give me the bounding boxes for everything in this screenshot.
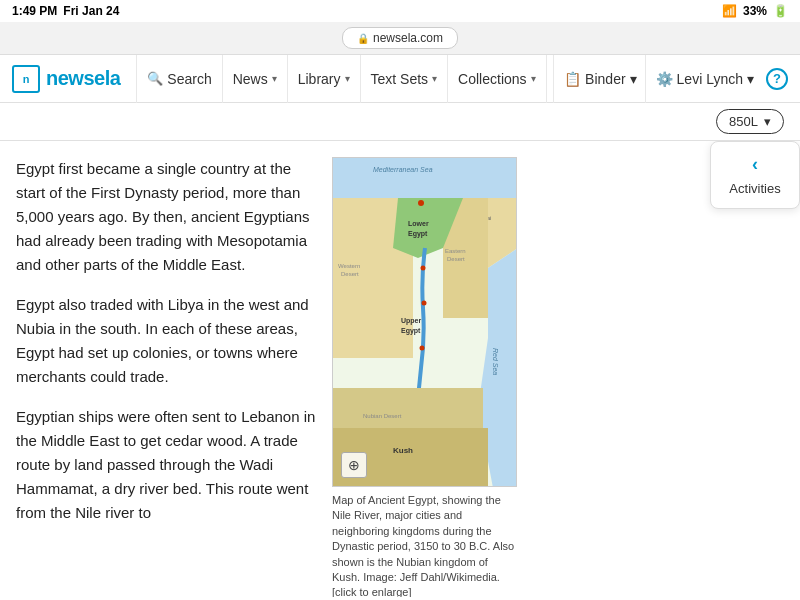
nav-collections-label: Collections: [458, 71, 526, 87]
svg-text:Upper: Upper: [401, 317, 422, 325]
navbar: n newsela 🔍 Search News ▾ Library ▾ Text…: [0, 55, 800, 103]
status-left: 1:49 PM Fri Jan 24: [12, 4, 119, 18]
textsets-chevron-icon: ▾: [432, 73, 437, 84]
time: 1:49 PM: [12, 4, 57, 18]
svg-rect-1: [333, 158, 517, 198]
svg-point-25: [420, 346, 425, 351]
nav-news-label: News: [233, 71, 268, 87]
reading-level-value: 850L: [729, 114, 758, 129]
lock-icon: 🔒: [357, 33, 369, 44]
library-chevron-icon: ▾: [345, 73, 350, 84]
svg-text:Red Sea: Red Sea: [492, 348, 499, 375]
wifi-icon: 📶: [722, 4, 737, 18]
paragraph-1: Egypt first became a single country at t…: [16, 157, 316, 277]
nav-library-label: Library: [298, 71, 341, 87]
url-text: newsela.com: [373, 31, 443, 45]
svg-text:Mediterranean Sea: Mediterranean Sea: [373, 166, 433, 173]
svg-point-23: [421, 266, 426, 271]
svg-text:Western: Western: [338, 263, 360, 269]
gear-icon: ⚙️: [656, 71, 673, 87]
nav-collections[interactable]: Collections ▾: [448, 55, 546, 103]
binder-button[interactable]: 📋 Binder ▾: [553, 55, 636, 103]
battery-icon: 🔋: [773, 4, 788, 18]
chevron-left-icon: ‹: [752, 154, 758, 175]
binder-icon: 📋: [564, 71, 581, 87]
svg-text:Egypt: Egypt: [408, 230, 428, 238]
user-button[interactable]: ⚙️ Levi Lynch ▾: [645, 55, 754, 103]
nav-textsets[interactable]: Text Sets ▾: [361, 55, 449, 103]
nav-news[interactable]: News ▾: [223, 55, 288, 103]
collections-chevron-icon: ▾: [531, 73, 536, 84]
map-svg: Mediterranean Sea Sinai Red Sea Western …: [333, 158, 517, 487]
activities-label: Activities: [729, 181, 780, 196]
svg-text:Desert: Desert: [341, 271, 359, 277]
search-icon: 🔍: [147, 71, 163, 86]
signal-percent: 33%: [743, 4, 767, 18]
activities-toggle-button[interactable]: ‹ Activities: [710, 141, 800, 209]
user-chevron-icon: ▾: [747, 71, 754, 87]
svg-point-22: [418, 200, 424, 206]
level-dropdown-icon: ▾: [764, 114, 771, 129]
activities-panel: ‹ Activities: [710, 141, 800, 209]
date: Fri Jan 24: [63, 4, 119, 18]
zoom-icon: ⊕: [348, 457, 360, 473]
nav-search-label: Search: [167, 71, 211, 87]
reading-level-selector[interactable]: 850L ▾: [716, 109, 784, 134]
url-pill[interactable]: 🔒 newsela.com: [342, 27, 458, 49]
svg-text:Egypt: Egypt: [401, 327, 421, 335]
paragraph-2: Egypt also traded with Libya in the west…: [16, 293, 316, 389]
map-caption: Map of Ancient Egypt, showing the Nile R…: [332, 493, 517, 597]
nav-textsets-label: Text Sets: [371, 71, 429, 87]
map-image[interactable]: Mediterranean Sea Sinai Red Sea Western …: [332, 157, 517, 487]
svg-text:Lower: Lower: [408, 220, 429, 227]
nav-library[interactable]: Library ▾: [288, 55, 361, 103]
paragraph-3: Egyptian ships were often sent to Lebano…: [16, 405, 316, 525]
nav-items: 🔍 Search News ▾ Library ▾ Text Sets ▾ Co…: [136, 55, 553, 103]
binder-label: Binder: [585, 71, 625, 87]
svg-text:Desert: Desert: [447, 256, 465, 262]
news-chevron-icon: ▾: [272, 73, 277, 84]
logo[interactable]: n newsela: [12, 65, 120, 93]
url-bar[interactable]: 🔒 newsela.com: [0, 22, 800, 55]
svg-text:Kush: Kush: [393, 446, 413, 455]
level-bar: 850L ▾: [0, 103, 800, 141]
svg-text:Nubian Desert: Nubian Desert: [363, 413, 402, 419]
nav-search[interactable]: 🔍 Search: [136, 55, 222, 103]
help-icon: ?: [773, 71, 781, 86]
binder-chevron-icon: ▾: [630, 71, 637, 87]
logo-text: newsela: [46, 67, 120, 90]
article-body: Egypt first became a single country at t…: [16, 157, 316, 597]
svg-text:Eastern: Eastern: [445, 248, 466, 254]
zoom-button[interactable]: ⊕: [341, 452, 367, 478]
content-area: Egypt first became a single country at t…: [0, 141, 800, 597]
logo-icon: n: [12, 65, 40, 93]
nav-right: 📋 Binder ▾ ⚙️ Levi Lynch ▾ ?: [553, 55, 788, 103]
map-container: Mediterranean Sea Sinai Red Sea Western …: [332, 157, 517, 597]
status-bar: 1:49 PM Fri Jan 24 📶 33% 🔋: [0, 0, 800, 22]
status-right: 📶 33% 🔋: [722, 4, 788, 18]
svg-point-24: [422, 301, 427, 306]
help-button[interactable]: ?: [766, 68, 788, 90]
user-name: Levi Lynch: [677, 71, 743, 87]
